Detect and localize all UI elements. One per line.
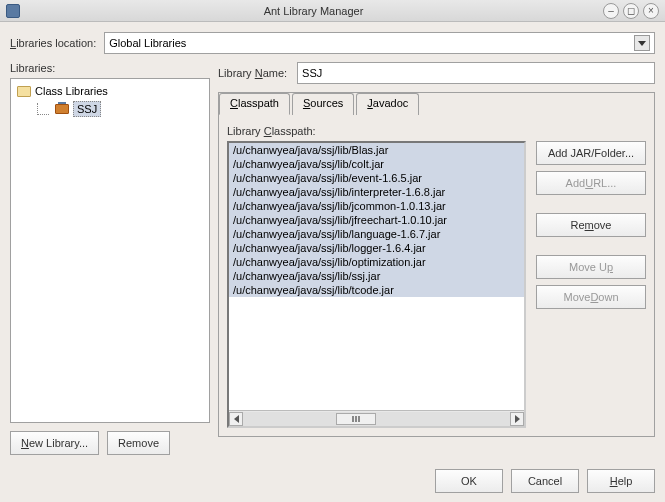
help-button[interactable]: Help [587,469,655,493]
libraries-location-label: Libraries location: [10,37,96,49]
window-title: Ant Library Manager [28,5,599,17]
library-name-label: Library Name: [218,67,287,79]
classpath-item[interactable]: /u/chanwyea/java/ssj/lib/tcode.jar [229,283,524,297]
minimize-button[interactable]: – [603,3,619,19]
libraries-location-value: Global Libraries [109,37,634,49]
titlebar: Ant Library Manager – ◻ × [0,0,665,22]
tree-root-class-libraries[interactable]: Class Libraries [15,83,205,99]
library-name-field[interactable] [297,62,655,84]
horizontal-scrollbar[interactable] [229,410,524,426]
classpath-item[interactable]: /u/chanwyea/java/ssj/lib/ssj.jar [229,269,524,283]
scroll-right-icon[interactable] [510,412,524,426]
app-icon [6,4,20,18]
scroll-track[interactable] [243,412,510,426]
classpath-list[interactable]: /u/chanwyea/java/ssj/lib/Blas.jar/u/chan… [227,141,526,428]
move-down-button[interactable]: Move Down [536,285,646,309]
classpath-item[interactable]: /u/chanwyea/java/ssj/lib/jcommon-1.0.13.… [229,199,524,213]
tab-sources[interactable]: Sources [292,93,354,115]
classpath-item[interactable]: /u/chanwyea/java/ssj/lib/Blas.jar [229,143,524,157]
tree-line-icon [37,103,49,115]
libraries-label: Libraries: [10,62,210,74]
maximize-button[interactable]: ◻ [623,3,639,19]
move-up-button[interactable]: Move Up [536,255,646,279]
tree-node-ssj[interactable]: SSJ [15,99,205,119]
classpath-item[interactable]: /u/chanwyea/java/ssj/lib/logger-1.6.4.ja… [229,241,524,255]
classpath-item[interactable]: /u/chanwyea/java/ssj/lib/optimization.ja… [229,255,524,269]
libraries-tree[interactable]: Class Libraries SSJ [10,78,210,423]
dialog-footer: OK Cancel Help [0,461,665,501]
add-url-button[interactable]: Add URL... [536,171,646,195]
tab-pane: Classpath Sources Javadoc Library Classp… [218,92,655,437]
classpath-item[interactable]: /u/chanwyea/java/ssj/lib/interpreter-1.6… [229,185,524,199]
library-icon [55,104,69,114]
libraries-location-combo[interactable]: Global Libraries [104,32,655,54]
classpath-item[interactable]: /u/chanwyea/java/ssj/lib/language-1.6.7.… [229,227,524,241]
tree-root-label: Class Libraries [35,85,108,97]
remove-library-button[interactable]: Remove [107,431,170,455]
scroll-left-icon[interactable] [229,412,243,426]
scroll-thumb[interactable] [336,413,376,425]
classpath-remove-button[interactable]: Remove [536,213,646,237]
ok-button[interactable]: OK [435,469,503,493]
close-button[interactable]: × [643,3,659,19]
add-jar-button[interactable]: Add JAR/Folder... [536,141,646,165]
chevron-down-icon[interactable] [634,35,650,51]
cancel-button[interactable]: Cancel [511,469,579,493]
tree-node-label: SSJ [73,101,101,117]
folder-icon [17,86,31,97]
classpath-item[interactable]: /u/chanwyea/java/ssj/lib/jfreechart-1.0.… [229,213,524,227]
classpath-item[interactable]: /u/chanwyea/java/ssj/lib/colt.jar [229,157,524,171]
tab-javadoc[interactable]: Javadoc [356,93,419,115]
new-library-button[interactable]: New Library... [10,431,99,455]
tab-classpath[interactable]: Classpath [219,93,290,115]
classpath-item[interactable]: /u/chanwyea/java/ssj/lib/event-1.6.5.jar [229,171,524,185]
library-classpath-label: Library Classpath: [227,125,646,137]
